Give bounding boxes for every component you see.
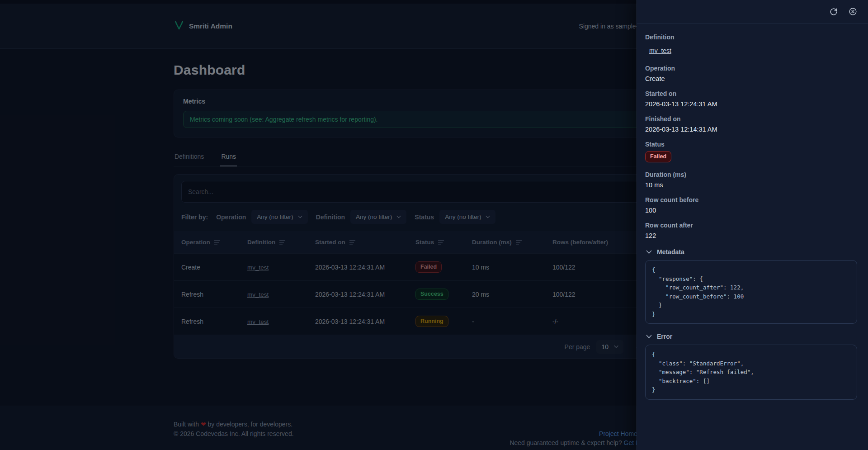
tabs: Definitions Runs xyxy=(174,149,694,166)
field-value: Create xyxy=(645,75,857,82)
field-value: 10 ms xyxy=(645,181,857,189)
table-row[interactable]: Refresh mv_test 2026-03-13 12:24:31 AM R… xyxy=(174,308,694,335)
field-value: 122 xyxy=(645,232,857,239)
footer-copyright: © 2026 Codevedas Inc. All rights reserve… xyxy=(174,429,294,439)
definition-link[interactable]: mv_test xyxy=(247,264,269,271)
tab-runs[interactable]: Runs xyxy=(220,149,237,166)
field-started-on: Started on 2026-03-13 12:24:31 AM xyxy=(645,90,857,108)
metrics-coming-soon-banner: Metrics coming soon (see: Aggregate refr… xyxy=(183,111,685,128)
status-badge: Failed xyxy=(415,261,442,273)
error-section-toggle[interactable]: Error xyxy=(646,333,857,340)
per-page-label: Per page xyxy=(565,343,590,351)
cell-started-on: 2026-03-13 12:24:31 AM xyxy=(308,281,408,308)
field-row-count-after: Row count after 122 xyxy=(645,222,857,239)
metadata-section-toggle[interactable]: Metadata xyxy=(646,248,857,256)
column-header-started-on[interactable]: Started on xyxy=(315,239,356,246)
sort-icon xyxy=(214,240,221,245)
brand: Smriti Admin xyxy=(174,20,232,33)
filter-definition-select[interactable]: Any (no filter) xyxy=(350,210,406,224)
filter-status-select[interactable]: Any (no filter) xyxy=(439,210,495,224)
chevron-down-icon xyxy=(614,345,618,348)
field-operation: Operation Create xyxy=(645,65,857,82)
cell-operation: Create xyxy=(174,254,240,281)
chevron-down-icon xyxy=(646,250,652,254)
table-row[interactable]: Create mv_test 2026-03-13 12:24:31 AM Fa… xyxy=(174,254,694,281)
brand-name: Smriti Admin xyxy=(189,22,232,30)
run-detail-drawer: Definition mv_test Operation Create Star… xyxy=(637,0,868,450)
sort-icon xyxy=(349,240,356,245)
status-badge: Failed xyxy=(645,151,671,162)
metrics-card-title: Metrics xyxy=(183,98,685,105)
filter-operation-value: Any (no filter) xyxy=(257,213,293,220)
table-header-row: Operation Definition Started on Status D… xyxy=(174,231,694,254)
column-label: Duration (ms) xyxy=(472,239,512,246)
filter-by-label: Filter by: xyxy=(181,213,208,221)
footer-left: Built with ❤ by developers, for develope… xyxy=(174,406,294,450)
field-value: 100 xyxy=(645,207,857,214)
field-finished-on: Finished on 2026-03-13 12:14:31 AM xyxy=(645,115,857,133)
definition-link[interactable]: mv_test xyxy=(649,47,671,54)
filter-status-value: Any (no filter) xyxy=(445,213,481,220)
field-label: Duration (ms) xyxy=(645,171,857,178)
column-label: Definition xyxy=(247,239,275,246)
support-text: Need guaranteed uptime & expert help? xyxy=(509,439,622,446)
drawer-body: Definition mv_test Operation Create Star… xyxy=(637,24,868,418)
metadata-section-title: Metadata xyxy=(657,248,684,256)
column-label: Status xyxy=(415,239,434,246)
status-badge: Success xyxy=(415,289,448,300)
status-badge: Running xyxy=(415,316,448,327)
filter-operation-select[interactable]: Any (no filter) xyxy=(251,210,307,224)
field-label: Status xyxy=(645,141,857,148)
filter-row: Filter by: Operation Any (no filter) Def… xyxy=(174,203,694,225)
runs-table: Operation Definition Started on Status D… xyxy=(174,231,694,335)
field-value: 2026-03-13 12:14:31 AM xyxy=(645,126,857,133)
cell-duration: 20 ms xyxy=(465,281,545,308)
column-header-rows: Rows (before/after) xyxy=(552,239,608,246)
cell-duration: - xyxy=(465,308,545,335)
runs-panel: Filter by: Operation Any (no filter) Def… xyxy=(174,174,694,359)
definition-link[interactable]: mv_test xyxy=(247,318,269,325)
sort-icon xyxy=(438,240,445,245)
close-icon[interactable] xyxy=(849,7,857,16)
heart-icon: ❤ xyxy=(201,421,206,428)
cell-started-on: 2026-03-13 12:24:31 AM xyxy=(308,308,408,335)
search-input[interactable] xyxy=(181,181,687,203)
column-header-status[interactable]: Status xyxy=(415,239,445,246)
refresh-icon[interactable] xyxy=(830,8,838,16)
sort-icon xyxy=(516,240,523,245)
filter-definition-value: Any (no filter) xyxy=(356,213,392,220)
brand-logo-icon xyxy=(174,20,184,33)
field-label: Operation xyxy=(645,65,857,72)
column-label: Started on xyxy=(315,239,345,246)
error-json-block: { "class": "StandardError", "message": "… xyxy=(645,345,857,400)
pagination: Per page 10 « ‹ › » xyxy=(174,335,694,358)
column-header-definition[interactable]: Definition xyxy=(247,239,286,246)
field-label: Definition xyxy=(645,33,857,41)
chevron-down-icon xyxy=(646,335,652,339)
field-row-count-before: Row count before 100 xyxy=(645,196,857,214)
field-definition: Definition mv_test xyxy=(645,33,857,57)
drawer-header xyxy=(637,0,868,24)
filter-operation-label: Operation xyxy=(216,213,246,221)
field-duration: Duration (ms) 10 ms xyxy=(645,171,857,189)
per-page-value: 10 xyxy=(601,343,609,351)
filter-definition-label: Definition xyxy=(316,213,345,221)
chevron-down-icon xyxy=(396,215,401,218)
metrics-card: Metrics Metrics coming soon (see: Aggreg… xyxy=(174,90,694,137)
definition-link[interactable]: mv_test xyxy=(247,291,269,298)
field-value: 2026-03-13 12:24:31 AM xyxy=(645,100,857,108)
field-label: Started on xyxy=(645,90,857,97)
filter-status-label: Status xyxy=(415,213,434,221)
page-title: Dashboard xyxy=(174,62,694,78)
cell-operation: Refresh xyxy=(174,308,240,335)
field-label: Row count after xyxy=(645,222,857,229)
table-row[interactable]: Refresh mv_test 2026-03-13 12:24:31 AM S… xyxy=(174,281,694,308)
metadata-json-block: { "response": { "row_count_after": 122, … xyxy=(645,260,857,324)
column-header-duration[interactable]: Duration (ms) xyxy=(472,239,523,246)
cell-started-on: 2026-03-13 12:24:31 AM xyxy=(308,254,408,281)
field-status: Status Failed xyxy=(645,141,857,162)
tab-definitions[interactable]: Definitions xyxy=(174,149,205,166)
per-page-select[interactable]: 10 xyxy=(596,340,623,354)
column-header-operation[interactable]: Operation xyxy=(181,239,221,246)
cell-operation: Refresh xyxy=(174,281,240,308)
